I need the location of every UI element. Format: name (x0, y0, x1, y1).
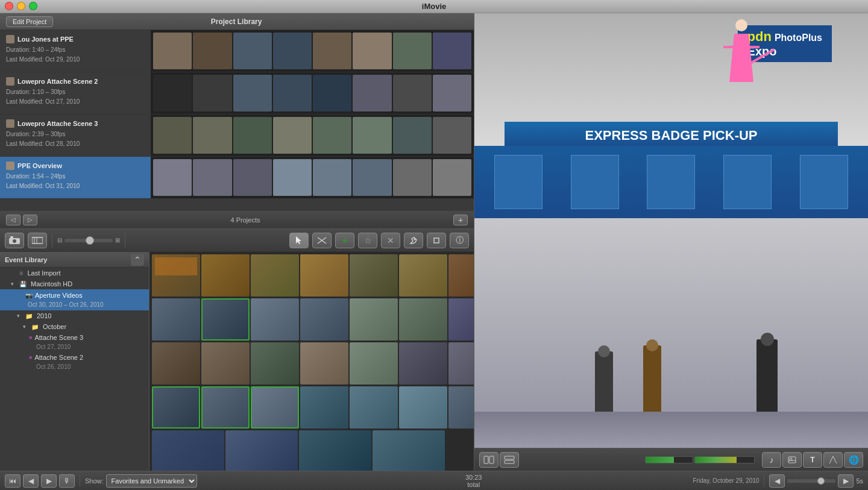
filmstrip-thumb (152, 430, 224, 471)
thumbnail (193, 117, 231, 154)
tree-arrow: ▾ (17, 313, 23, 319)
thumbnail (433, 117, 471, 154)
project-name: Lowepro Attache Scene 3 (6, 119, 145, 128)
filmstrip-thumb (251, 386, 299, 429)
film-icon: ■ (29, 335, 32, 341)
footer-right: Friday, October 29, 2010 ◀ ▶ 5s (482, 474, 868, 488)
thumbnail (233, 33, 272, 69)
filmstrip-thumb (152, 386, 200, 429)
sidebar-item-last-import[interactable]: ≡ Last Import (0, 268, 149, 278)
footer-bar: ⏮ ◀ ▶ 🎙 Show: Favorites and Unmarked Fav… (0, 471, 868, 490)
tree-arrow: ▾ (11, 281, 17, 287)
filmstrip-thumb (399, 386, 447, 429)
zoom-slider-handle[interactable] (86, 236, 94, 245)
project-info: Lowepro Attache Scene 3 Duration: 2:39 –… (0, 115, 151, 156)
left-panel: Edit Project Project Library Lou Jones a… (0, 13, 474, 471)
zoom-in-icon: ⊞ (115, 237, 120, 243)
thumbnail (273, 117, 312, 154)
close-button[interactable] (5, 2, 13, 10)
sidebar-item-october[interactable]: ▾ 📁 October (0, 321, 149, 332)
camera-tool-button[interactable] (5, 233, 24, 248)
event-library-toggle[interactable]: ⌃ (131, 254, 144, 266)
voiceover-button[interactable]: 🎙 (59, 474, 75, 488)
project-row[interactable]: Lowepro Attache Scene 3 Duration: 2:39 –… (0, 115, 474, 157)
person-silhouette (595, 351, 613, 412)
filmstrip-thumb (448, 342, 474, 385)
event-date-range: Oct 30, 2010 – Oct 26, 2010 (17, 301, 104, 308)
thumbnail (193, 75, 231, 112)
filmstrip-thumb (350, 298, 398, 341)
play-forward-small-button[interactable]: ▷ (23, 215, 37, 225)
sidebar-item-macintosh-hd[interactable]: ▾ 💾 Macintosh HD (0, 278, 149, 289)
speed-slider-handle[interactable] (817, 477, 825, 485)
title-button[interactable]: T (803, 452, 822, 468)
rate-unmark-button[interactable]: ☆ (358, 233, 377, 248)
play-back-button[interactable]: ◀ (23, 474, 39, 488)
filmstrip-thumb (373, 430, 445, 471)
maximize-button[interactable] (29, 2, 37, 10)
minimize-button[interactable] (17, 2, 25, 10)
filmstrip-thumb (152, 342, 200, 385)
filmstrip-thumb (448, 298, 474, 341)
skip-back-button[interactable]: ⏮ (5, 474, 20, 488)
volume-level-2 (695, 457, 737, 463)
add-project-button[interactable]: + (453, 215, 468, 225)
edit-project-button[interactable]: Edit Project (6, 16, 53, 27)
project-row[interactable]: Lowepro Attache Scene 2 Duration: 1:10 –… (0, 72, 474, 115)
filmstrip-thumb (251, 298, 299, 341)
arrow-tool-button[interactable] (289, 233, 309, 248)
project-library-title: Project Library (211, 17, 262, 26)
filmstrip-thumb (201, 254, 250, 297)
project-name: PPE Overview (6, 162, 145, 170)
thumbnail (153, 117, 192, 154)
filmstrip-thumb (300, 386, 348, 429)
photo-button[interactable] (782, 452, 802, 468)
booth-panels (474, 146, 868, 218)
speed-slider[interactable] (787, 479, 835, 483)
thumbnail (273, 33, 312, 69)
toolbar-separator (52, 233, 52, 248)
sidebar-item-aperture-videos[interactable]: 📷 Aperture Videos Oct 30, 2010 – Oct 26,… (0, 289, 149, 310)
clip-tool-button[interactable] (28, 233, 47, 248)
filmstrip-view-button[interactable] (479, 452, 498, 468)
folder-icon: 📁 (25, 313, 33, 319)
zoom-controls: ⊟ ⊞ (57, 237, 120, 243)
footer-left: ⏮ ◀ ▶ 🎙 Show: Favorites and Unmarked Fav… (0, 474, 465, 488)
play-backward-button[interactable]: ◁ (6, 215, 20, 225)
transition-button[interactable] (823, 452, 843, 468)
sidebar-item-attache-scene2[interactable]: ■ Attache Scene 2 Oct 26, 2010 (0, 352, 149, 372)
info-button[interactable]: ⓘ (450, 233, 469, 248)
rate-reject-button[interactable]: ✕ (381, 233, 400, 248)
booth-panel (647, 155, 695, 209)
project-info: PPE Overview Duration: 1:54 – 24fps Last… (0, 157, 151, 198)
filmstrip-row (152, 342, 471, 385)
sidebar-item-2010[interactable]: ▾ 📁 2010 (0, 310, 149, 321)
total-time: 30:23 total (465, 474, 482, 488)
nav-prev-button[interactable]: ◀ (769, 474, 785, 488)
project-thumbnails (151, 72, 474, 114)
two-up-view-button[interactable] (500, 452, 519, 468)
thumbnail (313, 33, 351, 69)
zoom-slider[interactable] (64, 239, 113, 242)
globe-button[interactable]: 🌐 (844, 452, 863, 468)
project-footer: ◁ ▷ 4 Projects + (0, 211, 474, 229)
filmstrip-row (152, 386, 471, 429)
filmstrip-row (152, 430, 471, 471)
volume-meter-2 (694, 456, 755, 463)
nav-next-button[interactable]: ▶ (838, 474, 854, 488)
thumbnail (433, 33, 471, 69)
sidebar-item-attache-scene3[interactable]: ■ Attache Scene 3 Oct 27, 2010 (0, 332, 149, 352)
project-row[interactable]: PPE Overview Duration: 1:54 – 24fps Last… (0, 157, 474, 199)
filmstrip-thumb (350, 386, 398, 429)
crop-button[interactable] (427, 233, 446, 248)
event-section: Event Library ⌃ ≡ Last Import ▾ 💾 (0, 252, 474, 471)
rate-favorite-button[interactable]: ★ (335, 233, 354, 248)
music-button[interactable]: ♪ (762, 452, 781, 468)
trim-tool-button[interactable] (312, 233, 332, 248)
preview-background: pdn PhotoPlusExpo EXPRESS BADGE PICK-UP (474, 13, 868, 448)
keyword-button[interactable] (404, 233, 423, 248)
show-select[interactable]: Favorites and Unmarked Favorites Only Al… (106, 474, 197, 488)
project-row[interactable]: Lou Jones at PPE Duration: 1:40 – 24fps … (0, 30, 474, 72)
thumbnail (393, 33, 432, 69)
play-button[interactable]: ▶ (41, 474, 57, 488)
